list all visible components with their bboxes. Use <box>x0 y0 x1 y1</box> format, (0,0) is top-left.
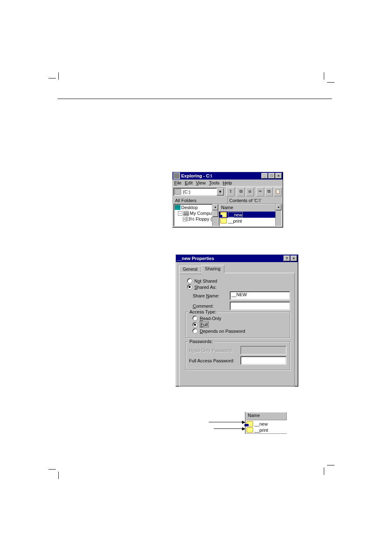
collapse-icon[interactable]: − <box>178 211 182 216</box>
radio-shared-as[interactable]: Shared As: <box>187 284 290 290</box>
desktop-icon <box>175 205 180 210</box>
maximize-button[interactable]: □ <box>268 173 275 179</box>
map-drive-button[interactable]: ⧉ <box>237 187 245 196</box>
share-name-input[interactable]: __NEW <box>230 291 290 300</box>
menu-file[interactable]: File <box>174 180 182 185</box>
list-scrollbar[interactable]: ▴ <box>275 204 281 226</box>
radio-icon <box>187 284 192 290</box>
close-button[interactable]: × <box>275 173 282 179</box>
share-name-label: Share Name: <box>193 293 230 298</box>
snippet-item-new[interactable]: __new <box>247 421 286 427</box>
explorer-title: Exploring - C:\ <box>181 173 212 178</box>
all-folders-header: All Folders <box>173 197 228 204</box>
folder-icon <box>220 218 227 223</box>
menu-edit[interactable]: Edit <box>185 180 193 185</box>
access-type-label: Access Type: <box>188 309 217 314</box>
shared-folder-icon <box>247 421 253 426</box>
tree-mycomputer[interactable]: − My Computer <box>175 210 218 216</box>
tree-scrollbar[interactable]: ▴ <box>212 204 218 226</box>
passwords-group: Passwords: Read-Only Password: Full Acce… <box>185 341 290 370</box>
folder-tree-pane[interactable]: Desktop − My Computer + 3½ Floppy (A:) ▴ <box>173 204 219 226</box>
properties-dialog: __new Properties ? × General Sharing Not… <box>175 254 298 387</box>
drive-combo-value: (C:) <box>183 189 190 194</box>
contents-pane[interactable]: Name __new __print ▴ <box>219 204 282 226</box>
radio-icon <box>192 315 198 321</box>
full-password-label: Full Access Password: <box>189 358 240 363</box>
explorer-titlebar: Exploring - C:\ _ □ × <box>173 172 283 180</box>
pane-headers: All Folders Contents of 'C:\' <box>173 197 283 204</box>
callout-arrow <box>209 422 245 422</box>
explorer-window: Exploring - C:\ _ □ × File Edit View Too… <box>172 172 283 228</box>
cut-button[interactable]: ✂ <box>256 187 264 196</box>
mycomputer-icon <box>183 211 189 216</box>
help-button[interactable]: ? <box>284 256 290 261</box>
snippet-name-header[interactable]: Name <box>246 412 287 420</box>
radio-icon <box>187 278 192 283</box>
menu-help[interactable]: Help <box>223 180 232 185</box>
paste-button[interactable]: 📋 <box>274 187 282 196</box>
menu-tools[interactable]: Tools <box>209 180 219 185</box>
scroll-up-icon[interactable]: ▴ <box>212 204 218 210</box>
folder-list-snippet: Name __new __print <box>245 412 287 434</box>
tab-row: General Sharing <box>179 265 295 273</box>
minimize-button[interactable]: _ <box>261 173 268 179</box>
floppy-icon <box>187 216 187 221</box>
radio-not-shared[interactable]: Not Shared <box>187 278 290 283</box>
dialog-title: __new Properties <box>177 256 214 261</box>
explorer-toolbar: (C:) ▾ ⇧ ⧉ ⧈ ✂ ⧉ 📋 <box>173 186 283 197</box>
passwords-label: Passwords: <box>188 339 214 344</box>
radio-readonly[interactable]: Read-Only <box>192 315 286 321</box>
sharing-tab-pane: Not Shared Shared As: Share Name: __NEW … <box>179 273 295 387</box>
comment-input[interactable] <box>230 302 290 310</box>
explorer-menubar: File Edit View Tools Help <box>173 180 283 186</box>
radio-depends[interactable]: Depends on Password <box>192 328 286 334</box>
tree-desktop[interactable]: Desktop <box>175 205 218 210</box>
ro-password-label: Read-Only Password: <box>189 348 240 353</box>
close-button[interactable]: × <box>291 256 297 261</box>
expand-icon[interactable]: + <box>183 217 186 221</box>
explorer-app-icon <box>173 173 180 179</box>
radio-full[interactable]: Full <box>192 322 286 327</box>
folder-icon <box>247 427 253 433</box>
column-name-header[interactable]: Name <box>219 204 276 212</box>
copy-button[interactable]: ⧉ <box>265 187 273 196</box>
tree-floppy[interactable]: + 3½ Floppy (A:) <box>175 216 218 222</box>
up-button[interactable]: ⇧ <box>226 187 235 196</box>
scroll-thumb[interactable] <box>212 210 218 217</box>
radio-icon <box>192 328 198 334</box>
list-item-new[interactable]: __new <box>219 212 276 218</box>
full-password-input[interactable] <box>240 356 286 365</box>
scroll-up-icon[interactable]: ▴ <box>276 204 281 210</box>
drive-icon <box>175 189 181 195</box>
drive-combo[interactable]: (C:) ▾ <box>173 188 224 196</box>
access-type-group: Access Type: Read-Only Full Depends on P… <box>185 312 290 338</box>
menu-view[interactable]: View <box>196 180 206 185</box>
snippet-item-print[interactable]: __print <box>247 427 286 433</box>
ro-password-input <box>240 346 286 355</box>
disconnect-drive-button[interactable]: ⧈ <box>246 187 254 196</box>
comment-label: Comment: <box>193 304 230 309</box>
dialog-titlebar: __new Properties ? × <box>176 255 298 262</box>
tab-sharing[interactable]: Sharing <box>201 265 224 273</box>
radio-icon <box>192 322 198 327</box>
combo-arrow-icon[interactable]: ▾ <box>217 188 224 196</box>
contents-header: Contents of 'C:\' <box>228 197 282 204</box>
shared-folder-icon <box>220 212 227 217</box>
callout-arrow <box>214 428 245 429</box>
list-item-print[interactable]: __print <box>219 218 276 224</box>
